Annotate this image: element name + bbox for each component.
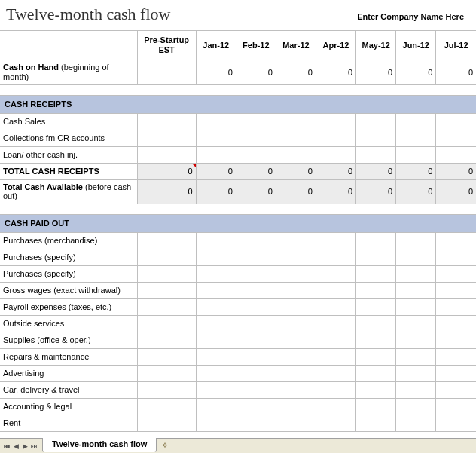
- cell[interactable]: [316, 282, 355, 298]
- cell[interactable]: [316, 348, 355, 365]
- cell[interactable]: [316, 415, 355, 431]
- cell[interactable]: [436, 146, 476, 163]
- tab-next-icon[interactable]: ▶: [21, 442, 29, 450]
- cell[interactable]: [236, 332, 276, 348]
- cell[interactable]: [316, 249, 355, 265]
- label[interactable]: Purchases (merchandise): [0, 232, 137, 249]
- cell[interactable]: [396, 249, 436, 265]
- cell[interactable]: [236, 348, 276, 365]
- cell[interactable]: [436, 348, 476, 365]
- cell[interactable]: [196, 348, 236, 365]
- cell[interactable]: [436, 415, 476, 431]
- cell[interactable]: [436, 249, 476, 265]
- cell[interactable]: [196, 332, 236, 348]
- cell[interactable]: [356, 265, 396, 282]
- cell[interactable]: 0: [196, 60, 236, 84]
- cell[interactable]: [196, 365, 236, 381]
- cell[interactable]: 0: [316, 163, 355, 179]
- cell[interactable]: [236, 232, 276, 249]
- cell[interactable]: 0: [436, 60, 476, 84]
- tab-prev-icon[interactable]: ◀: [12, 442, 20, 450]
- cell[interactable]: [137, 398, 196, 415]
- cell[interactable]: [316, 381, 355, 398]
- cell[interactable]: [276, 315, 316, 332]
- cell[interactable]: [137, 365, 196, 381]
- cell[interactable]: 0: [396, 60, 436, 84]
- cell[interactable]: [276, 365, 316, 381]
- cell[interactable]: 0: [196, 163, 236, 179]
- header-apr[interactable]: Apr-12: [316, 31, 355, 60]
- cell[interactable]: [236, 415, 276, 431]
- label[interactable]: Advertising: [0, 365, 137, 381]
- cell[interactable]: [316, 146, 355, 163]
- cell[interactable]: [276, 113, 316, 130]
- cell[interactable]: [396, 332, 436, 348]
- cell[interactable]: [137, 265, 196, 282]
- header-pre-startup[interactable]: Pre-Startup EST: [137, 31, 196, 60]
- cell[interactable]: [316, 315, 355, 332]
- cell[interactable]: [356, 130, 396, 146]
- label[interactable]: Gross wages (exact withdrawal): [0, 282, 137, 298]
- cell[interactable]: [396, 265, 436, 282]
- cell[interactable]: 0: [276, 60, 316, 84]
- cell[interactable]: [436, 130, 476, 146]
- tab-first-icon[interactable]: ⏮: [3, 442, 11, 450]
- cell[interactable]: [396, 232, 436, 249]
- cell[interactable]: [436, 298, 476, 315]
- header-feb[interactable]: Feb-12: [236, 31, 276, 60]
- label[interactable]: Purchases (specify): [0, 265, 137, 282]
- cell[interactable]: [356, 113, 396, 130]
- label[interactable]: Repairs & maintenance: [0, 348, 137, 365]
- cell[interactable]: [236, 130, 276, 146]
- cell[interactable]: [236, 381, 276, 398]
- cell[interactable]: 0: [436, 179, 476, 204]
- label-cash-on-hand[interactable]: Cash on Hand (beginning of month): [0, 60, 137, 84]
- label[interactable]: Total Cash Available (before cash out): [0, 179, 137, 204]
- cell[interactable]: [276, 398, 316, 415]
- label[interactable]: TOTAL CASH RECEIPTS: [0, 163, 137, 179]
- cell[interactable]: [436, 282, 476, 298]
- cell[interactable]: [396, 398, 436, 415]
- cell[interactable]: [196, 113, 236, 130]
- cell[interactable]: [236, 249, 276, 265]
- cell[interactable]: [396, 415, 436, 431]
- cell[interactable]: [276, 146, 316, 163]
- cell[interactable]: 0: [276, 163, 316, 179]
- cell[interactable]: [276, 130, 316, 146]
- cell[interactable]: [316, 365, 355, 381]
- cell[interactable]: [436, 315, 476, 332]
- cell[interactable]: [356, 381, 396, 398]
- cell[interactable]: 0: [396, 163, 436, 179]
- cell[interactable]: [396, 113, 436, 130]
- cell[interactable]: 0: [236, 60, 276, 84]
- cell[interactable]: [436, 332, 476, 348]
- sheet-tab-active[interactable]: Twelve-month cash flow: [42, 438, 157, 452]
- label[interactable]: Car, delivery & travel: [0, 381, 137, 398]
- cell[interactable]: [137, 232, 196, 249]
- cell[interactable]: [196, 282, 236, 298]
- cell[interactable]: [316, 265, 355, 282]
- cell[interactable]: 0: [316, 179, 355, 204]
- cell[interactable]: [236, 398, 276, 415]
- cell[interactable]: [196, 415, 236, 431]
- label[interactable]: Purchases (specify): [0, 249, 137, 265]
- cell[interactable]: [196, 381, 236, 398]
- cell[interactable]: [196, 398, 236, 415]
- cell[interactable]: [356, 146, 396, 163]
- header-jan[interactable]: Jan-12: [196, 31, 236, 60]
- label[interactable]: Rent: [0, 415, 137, 431]
- cell[interactable]: [196, 298, 236, 315]
- cell[interactable]: [276, 381, 316, 398]
- cell[interactable]: [356, 348, 396, 365]
- cell[interactable]: [356, 398, 396, 415]
- cell[interactable]: [396, 381, 436, 398]
- cell[interactable]: [436, 381, 476, 398]
- company-name-placeholder[interactable]: Enter Company Name Here: [357, 12, 468, 21]
- cell[interactable]: [356, 249, 396, 265]
- cell[interactable]: 0: [196, 179, 236, 204]
- cell[interactable]: [137, 282, 196, 298]
- cell[interactable]: [236, 265, 276, 282]
- cell[interactable]: [396, 365, 436, 381]
- cell[interactable]: [137, 249, 196, 265]
- cell[interactable]: [316, 232, 355, 249]
